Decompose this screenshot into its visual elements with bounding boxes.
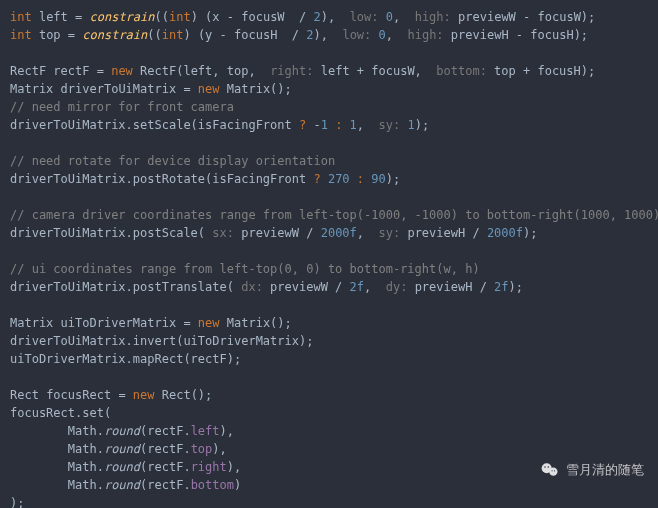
code-token: driverToUiMatrix.postRotate(isFacingFron… bbox=[10, 172, 313, 186]
code-token: ); bbox=[523, 226, 537, 240]
code-token: 2 bbox=[306, 28, 313, 42]
code-token: previewW / bbox=[270, 280, 349, 294]
code-token: Matrix(); bbox=[220, 316, 292, 330]
code-blank-line bbox=[10, 296, 648, 314]
code-token: int bbox=[10, 10, 32, 24]
code-token: high: bbox=[407, 28, 450, 42]
wechat-icon bbox=[540, 460, 560, 480]
code-token: top bbox=[191, 442, 213, 456]
code-token: 1 bbox=[321, 118, 328, 132]
code-token: // camera driver coordinates range from … bbox=[10, 208, 658, 222]
code-line: Math.round(rectF.top), bbox=[10, 440, 648, 458]
code-token: driverToUiMatrix.postScale( bbox=[10, 226, 212, 240]
code-token: ); bbox=[10, 496, 24, 508]
code-token: 2f bbox=[494, 280, 508, 294]
code-token: (rectF. bbox=[140, 424, 191, 438]
code-token: rectF = bbox=[46, 64, 111, 78]
code-token: , bbox=[357, 118, 379, 132]
code-token: ); bbox=[386, 172, 400, 186]
code-token: round bbox=[104, 442, 140, 456]
code-line: RectF rectF = new RectF(left, top, right… bbox=[10, 62, 648, 80]
code-token: right bbox=[191, 460, 227, 474]
code-token: previewW / bbox=[241, 226, 320, 240]
code-token: constrain bbox=[89, 10, 154, 24]
code-token: 0 bbox=[379, 28, 386, 42]
code-token: driverToUiMatrix = bbox=[53, 82, 198, 96]
code-token: // need mirror for front camera bbox=[10, 100, 234, 114]
code-token: bottom: bbox=[436, 64, 494, 78]
code-token: ) (x - focusW / bbox=[191, 10, 314, 24]
code-token: ) bbox=[234, 478, 241, 492]
code-token: Matrix bbox=[10, 82, 53, 96]
code-line: int left = constrain((int) (x - focusW /… bbox=[10, 8, 648, 26]
code-token: 2f bbox=[350, 280, 364, 294]
code-token: dy: bbox=[386, 280, 415, 294]
code-line: // camera driver coordinates range from … bbox=[10, 206, 648, 224]
code-token: int bbox=[169, 10, 191, 24]
code-token: dx: bbox=[241, 280, 270, 294]
code-token: new bbox=[111, 64, 133, 78]
code-token: Math. bbox=[10, 460, 104, 474]
code-token: Rect(); bbox=[155, 388, 213, 402]
code-blank-line bbox=[10, 134, 648, 152]
code-token: driverToUiMatrix.invert(uiToDriverMatrix… bbox=[10, 334, 313, 348]
code-line: int top = constrain((int) (y - focusH / … bbox=[10, 26, 648, 44]
code-line: driverToUiMatrix.postTranslate( dx: prev… bbox=[10, 278, 648, 296]
code-blank-line bbox=[10, 368, 648, 386]
code-token: focusRect.set( bbox=[10, 406, 111, 420]
code-token: int bbox=[162, 28, 184, 42]
code-line: // need rotate for device display orient… bbox=[10, 152, 648, 170]
code-token: 2 bbox=[313, 10, 320, 24]
code-line: Math.round(rectF.left), bbox=[10, 422, 648, 440]
code-token: ), bbox=[212, 442, 226, 456]
code-token: round bbox=[104, 460, 140, 474]
svg-point-3 bbox=[548, 466, 550, 468]
code-line: driverToUiMatrix.postScale( sx: previewW… bbox=[10, 224, 648, 242]
code-token: round bbox=[104, 478, 140, 492]
code-line: Matrix driverToUiMatrix = new Matrix(); bbox=[10, 80, 648, 98]
code-token: - bbox=[306, 118, 320, 132]
code-token: , bbox=[393, 10, 415, 24]
code-token: Math. bbox=[10, 478, 104, 492]
code-token: ); bbox=[509, 280, 523, 294]
code-token: int bbox=[10, 28, 32, 42]
code-token bbox=[321, 172, 328, 186]
code-line: Rect focusRect = new Rect(); bbox=[10, 386, 648, 404]
code-token: uiToDriverMatrix = bbox=[53, 316, 198, 330]
code-token: low: bbox=[350, 10, 386, 24]
code-token: round bbox=[104, 424, 140, 438]
code-token bbox=[350, 172, 357, 186]
code-token: // need rotate for device display orient… bbox=[10, 154, 335, 168]
code-token: 2000f bbox=[321, 226, 357, 240]
code-token: (rectF. bbox=[140, 460, 191, 474]
code-token: ); bbox=[415, 118, 429, 132]
code-token: , bbox=[357, 226, 379, 240]
code-token: focusRect = bbox=[39, 388, 133, 402]
code-token: right: bbox=[270, 64, 321, 78]
code-token: driverToUiMatrix.setScale(isFacingFront bbox=[10, 118, 299, 132]
svg-point-2 bbox=[544, 466, 546, 468]
code-token: Rect bbox=[10, 388, 39, 402]
code-token bbox=[342, 118, 349, 132]
code-token: Math. bbox=[10, 442, 104, 456]
watermark: 雪月清的随笔 bbox=[540, 460, 644, 480]
code-token: Matrix(); bbox=[220, 82, 292, 96]
code-line: // ui coordinates range from left-top(0,… bbox=[10, 260, 648, 278]
code-token: ), bbox=[220, 424, 234, 438]
code-token: ), bbox=[227, 460, 241, 474]
code-token: top = bbox=[32, 28, 83, 42]
code-blank-line bbox=[10, 44, 648, 62]
code-token: Matrix bbox=[10, 316, 53, 330]
code-token: 1 bbox=[407, 118, 414, 132]
code-token: 90 bbox=[371, 172, 385, 186]
code-token: 270 bbox=[328, 172, 350, 186]
code-token: sy: bbox=[379, 226, 408, 240]
code-token: driverToUiMatrix.postTranslate( bbox=[10, 280, 241, 294]
code-token: left + focusW, bbox=[321, 64, 437, 78]
code-line: driverToUiMatrix.postRotate(isFacingFron… bbox=[10, 170, 648, 188]
code-token: constrain bbox=[82, 28, 147, 42]
code-token: 0 bbox=[386, 10, 393, 24]
code-token: sx: bbox=[212, 226, 241, 240]
code-token: (( bbox=[147, 28, 161, 42]
svg-point-1 bbox=[549, 468, 557, 476]
